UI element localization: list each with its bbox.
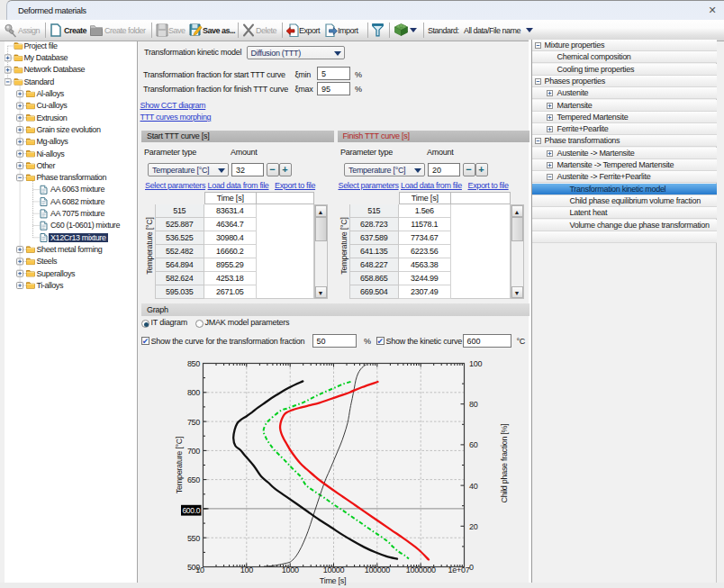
svg-text:Temperature [°C]: Temperature [°C] — [175, 437, 184, 493]
svg-text:80: 80 — [469, 400, 478, 409]
svg-text:1000000: 1000000 — [406, 565, 436, 574]
svg-text:800: 800 — [187, 388, 200, 397]
svg-text:550: 550 — [187, 534, 200, 543]
svg-text:Time [s]: Time [s] — [320, 576, 346, 585]
svg-text:Child phase fraction [%]: Child phase fraction [%] — [500, 424, 509, 503]
svg-text:700: 700 — [187, 447, 200, 456]
svg-text:750: 750 — [187, 418, 200, 427]
svg-text:600.0: 600.0 — [182, 506, 200, 515]
svg-text:40: 40 — [469, 482, 478, 491]
svg-text:850: 850 — [187, 359, 200, 368]
svg-text:100: 100 — [469, 359, 482, 368]
svg-text:20: 20 — [469, 522, 478, 531]
svg-text:650: 650 — [187, 475, 200, 484]
svg-text:10: 10 — [195, 565, 204, 574]
svg-text:0: 0 — [469, 563, 474, 572]
svg-text:10000: 10000 — [323, 565, 345, 574]
svg-text:60: 60 — [469, 440, 478, 449]
svg-text:100: 100 — [240, 565, 253, 574]
svg-text:1e+07: 1e+07 — [448, 565, 470, 574]
svg-text:1000: 1000 — [282, 565, 299, 574]
svg-text:100000: 100000 — [365, 565, 391, 574]
